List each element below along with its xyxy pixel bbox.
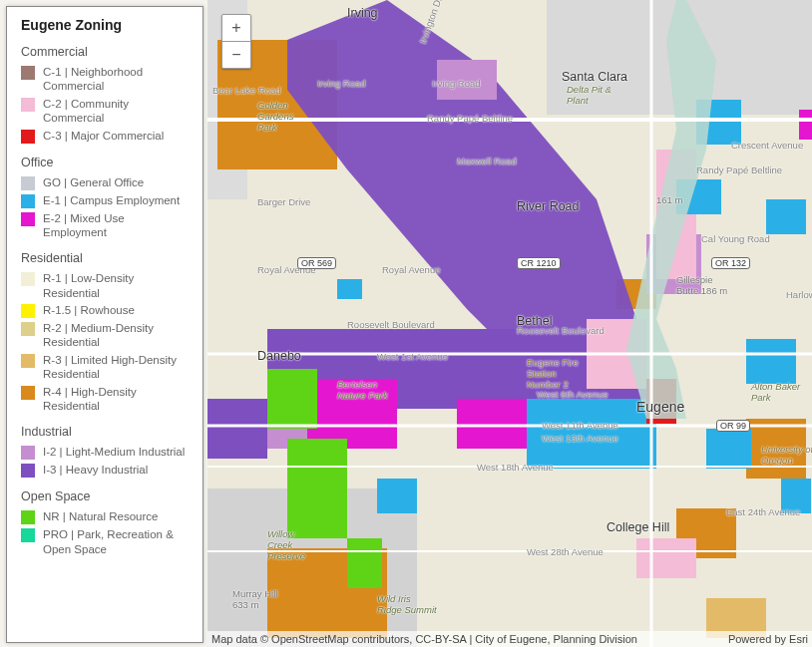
swatch-i2: [21, 446, 35, 460]
svg-rect-34: [347, 538, 382, 588]
legend-label: I-3 | Heavy Industrial: [43, 463, 191, 477]
svg-rect-33: [267, 369, 317, 429]
legend-item: R-2 | Medium-Density Residential: [21, 321, 191, 350]
legend-item: R-1 | Low-Density Residential: [21, 271, 191, 300]
app-root: + − Irving Santa Clara River Road Bethel…: [0, 0, 812, 647]
legend-label: NR | Natural Resource: [43, 509, 191, 523]
legend-item: I-2 | Light-Medium Industrial: [21, 445, 191, 460]
legend-item: GO | General Office: [21, 175, 191, 190]
legend-item: C-2 | Community Commercial: [21, 97, 191, 126]
zoom-out-button[interactable]: −: [222, 42, 250, 68]
svg-rect-28: [377, 479, 417, 513]
swatch-r15: [21, 304, 35, 318]
legend-item: NR | Natural Resource: [21, 509, 191, 524]
legend-label: E-1 | Campus Employment: [43, 193, 191, 207]
swatch-nr: [21, 510, 35, 524]
swatch-r1: [21, 272, 35, 286]
swatch-c1: [21, 66, 35, 80]
legend-item: PRO | Park, Recreation & Open Space: [21, 527, 191, 556]
swatch-pro: [21, 528, 35, 542]
swatch-e2: [21, 212, 35, 226]
svg-rect-27: [706, 429, 751, 469]
swatch-c3: [21, 130, 35, 144]
svg-rect-16: [307, 379, 397, 449]
legend-title: Eugene Zoning: [21, 17, 191, 33]
legend-heading-residential: Residential: [21, 251, 191, 265]
attribution-left: Map data © OpenStreetMap contributors, C…: [211, 633, 637, 645]
swatch-r3: [21, 354, 35, 368]
legend-label: R-1 | Low-Density Residential: [43, 271, 191, 300]
attribution-bar: Map data © OpenStreetMap contributors, C…: [207, 631, 812, 647]
swatch-c2: [21, 98, 35, 112]
legend-heading-industrial: Industrial: [21, 425, 191, 439]
attribution-right: Powered by Esri: [728, 633, 808, 645]
swatch-e1: [21, 194, 35, 208]
swatch-r4: [21, 386, 35, 400]
legend-label: C-1 | Neighborhood Commercial: [43, 65, 191, 94]
legend-label: R-3 | Limited High-Density Residential: [43, 353, 191, 382]
swatch-i3: [21, 464, 35, 478]
legend-label: C-3 | Major Commercial: [43, 129, 191, 143]
legend-item: E-2 | Mixed Use Employment: [21, 211, 191, 240]
legend-label: PRO | Park, Recreation & Open Space: [43, 527, 191, 556]
map-canvas[interactable]: + − Irving Santa Clara River Road Bethel…: [207, 0, 812, 647]
svg-rect-29: [337, 279, 362, 299]
zoom-control: + −: [221, 14, 251, 69]
legend-heading-office: Office: [21, 156, 191, 169]
legend-label: GO | General Office: [43, 175, 191, 189]
legend-label: R-1.5 | Rowhouse: [43, 303, 191, 317]
legend-label: R-2 | Medium-Density Residential: [43, 321, 191, 350]
legend-heading-commercial: Commercial: [21, 45, 191, 59]
svg-rect-18: [799, 110, 812, 140]
svg-rect-32: [287, 439, 347, 538]
svg-rect-26: [746, 339, 796, 384]
svg-rect-15: [437, 60, 497, 100]
svg-rect-8: [746, 419, 806, 479]
legend-item: I-3 | Heavy Industrial: [21, 463, 191, 478]
legend-item: R-3 | Limited High-Density Residential: [21, 353, 191, 382]
svg-rect-22: [527, 399, 656, 469]
zoom-in-button[interactable]: +: [222, 15, 250, 42]
legend-item: E-1 | Campus Employment: [21, 193, 191, 208]
svg-rect-30: [781, 479, 811, 513]
legend-item: R-4 | High-Density Residential: [21, 385, 191, 414]
legend-label: R-4 | High-Density Residential: [43, 385, 191, 414]
swatch-go: [21, 176, 35, 190]
legend-panel: Eugene Zoning Commercial C-1 | Neighborh…: [6, 6, 203, 643]
svg-rect-25: [766, 199, 806, 234]
legend-label: E-2 | Mixed Use Employment: [43, 211, 191, 240]
legend-item: C-1 | Neighborhood Commercial: [21, 65, 191, 94]
zoning-overlay: [207, 0, 812, 647]
legend-heading-open-space: Open Space: [21, 489, 191, 503]
swatch-r2: [21, 322, 35, 336]
legend-item: C-3 | Major Commercial: [21, 129, 191, 144]
legend-item: R-1.5 | Rowhouse: [21, 303, 191, 318]
svg-rect-12: [207, 399, 267, 459]
legend-label: I-2 | Light-Medium Industrial: [43, 445, 191, 459]
legend-label: C-2 | Community Commercial: [43, 97, 191, 126]
svg-rect-20: [636, 538, 696, 578]
